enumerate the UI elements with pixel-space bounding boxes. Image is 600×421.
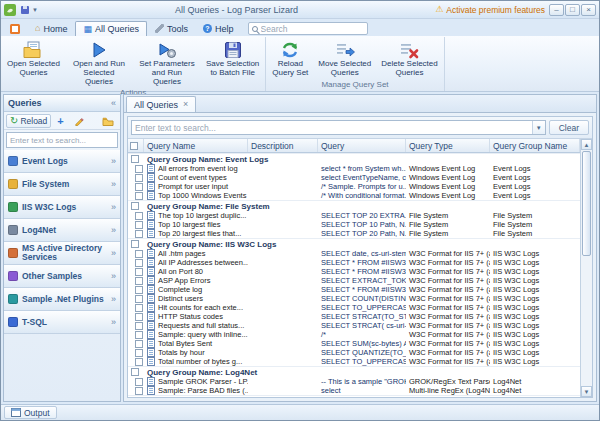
tab-tools[interactable]: Tools: [148, 21, 195, 36]
row-checkbox-cell[interactable]: [128, 313, 144, 321]
save-selection-to-batch-file-button[interactable]: Save Selection to Batch File: [201, 37, 264, 87]
maximize-button[interactable]: □: [565, 4, 580, 16]
query-row[interactable]: ASP App ErrorsSELECT EXTRACT_TOKE...W3C …: [128, 276, 580, 285]
checkbox[interactable]: [135, 349, 143, 357]
checkbox[interactable]: [135, 221, 143, 229]
find-input-box[interactable]: ▼: [131, 120, 546, 135]
query-row[interactable]: Totals by hourSELECT QUANTIZE(TO_...W3C …: [128, 348, 580, 357]
checkbox[interactable]: [135, 331, 143, 339]
group-row[interactable]: Query Group Name: Event Logs: [128, 153, 580, 164]
checkbox[interactable]: [131, 202, 139, 210]
delete-selected-queries-button[interactable]: Delete Selected Queries: [376, 37, 442, 79]
sidebar-item-iis-w3c-logs[interactable]: IIS W3C Logs»: [4, 196, 120, 219]
group-checkbox-cell[interactable]: [128, 155, 144, 163]
group-row[interactable]: Query Group Name: IIS W3C Logs: [128, 238, 580, 249]
minimize-button[interactable]: –: [549, 4, 564, 16]
sidebar-item-file-system[interactable]: File System»: [4, 173, 120, 196]
column-header-query-name[interactable]: Query Name: [144, 139, 248, 152]
sidebar-item-ms-active-directory-services[interactable]: MS Active Directory Services»: [4, 242, 120, 265]
row-checkbox-cell[interactable]: [128, 192, 144, 200]
checkbox[interactable]: [131, 240, 139, 248]
sidebar-search-box[interactable]: [6, 132, 118, 148]
query-row[interactable]: Hit counts for each exte...SELECT TO_UPP…: [128, 303, 580, 312]
sidebar-item-t-sql[interactable]: T-SQL»: [4, 311, 120, 334]
checkbox[interactable]: [135, 387, 143, 395]
query-row[interactable]: All errors from event logselect * from S…: [128, 164, 580, 173]
close-button[interactable]: ×: [581, 4, 596, 16]
checkbox[interactable]: [135, 277, 143, 285]
sidebar-item-sample-net-plugins[interactable]: Sample .Net Plugins»: [4, 288, 120, 311]
checkbox[interactable]: [131, 155, 139, 163]
open-and-run-selected-queries-button[interactable]: Open and Run Selected Queries: [65, 37, 133, 87]
query-row[interactable]: Count of event typesselect EventTypeName…: [128, 173, 580, 182]
query-row[interactable]: Requests and full status...SELECT STRCAT…: [128, 321, 580, 330]
set-parameters-and-run-queries-button[interactable]: Set Parameters and Run Queries: [133, 37, 201, 87]
collapse-panel-icon[interactable]: «: [111, 98, 116, 108]
query-row[interactable]: Distinct usersSELECT COUNT(DISTINC...W3C…: [128, 294, 580, 303]
scrollbar-thumb[interactable]: [582, 151, 591, 256]
column-header-description[interactable]: Description: [248, 139, 318, 152]
tab-all-queries[interactable]: ▦All Queries: [75, 21, 147, 36]
group-row[interactable]: Query Group Name: MS Active Directory Se…: [128, 395, 580, 397]
sidebar-search-input[interactable]: [10, 136, 114, 145]
row-checkbox-cell[interactable]: [128, 286, 144, 294]
query-row[interactable]: All on Port 80SELECT * FROM #IISW3...W3C…: [128, 267, 580, 276]
find-dropdown-button[interactable]: ▼: [532, 121, 545, 134]
reload-query-set-button[interactable]: Reload Query Set: [267, 37, 313, 79]
checkbox[interactable]: [135, 286, 143, 294]
column-header-query-group-name[interactable]: Query Group Name: [490, 139, 580, 152]
reload-button[interactable]: ↻ Reload: [6, 114, 51, 128]
query-row[interactable]: Prompt for user input/* Sample. Prompts …: [128, 182, 580, 191]
add-query-button[interactable]: +: [53, 114, 67, 128]
query-row[interactable]: Sample: query with inline.../*W3C Format…: [128, 330, 580, 339]
app-menu-button[interactable]: [3, 21, 27, 36]
checkbox[interactable]: [135, 313, 143, 321]
open-folder-button[interactable]: [98, 114, 118, 128]
query-row[interactable]: All .htm pagesSELECT date, cs-uri-stem..…: [128, 249, 580, 258]
row-checkbox-cell[interactable]: [128, 331, 144, 339]
query-row[interactable]: Top 1000 Windows Events/* With condition…: [128, 191, 580, 200]
row-checkbox-cell[interactable]: [128, 174, 144, 182]
open-selected-queries-button[interactable]: Open Selected Queries: [2, 37, 65, 87]
checkbox[interactable]: [135, 322, 143, 330]
sidebar-item-log4net[interactable]: Log4Net»: [4, 219, 120, 242]
row-checkbox-cell[interactable]: [128, 304, 144, 312]
checkbox[interactable]: [135, 174, 143, 182]
tab-all-queries-document[interactable]: All Queries ×: [126, 96, 196, 112]
row-checkbox-cell[interactable]: [128, 221, 144, 229]
group-checkbox-cell[interactable]: [128, 368, 144, 376]
row-checkbox-cell[interactable]: [128, 358, 144, 366]
row-checkbox-cell[interactable]: [128, 277, 144, 285]
group-checkbox-cell[interactable]: [128, 202, 144, 210]
column-header-query-type[interactable]: Query Type: [406, 139, 490, 152]
checkbox[interactable]: [135, 230, 143, 238]
checkbox[interactable]: [135, 268, 143, 276]
query-row[interactable]: Complete logSELECT * FROM #IISW3...W3C F…: [128, 285, 580, 294]
scroll-up-icon[interactable]: ▲: [581, 139, 592, 150]
checkbox[interactable]: [135, 165, 143, 173]
query-row[interactable]: Total number of bytes g...SELECT TO_UPPE…: [128, 357, 580, 366]
query-row[interactable]: All IP Addresses between...SELECT * FROM…: [128, 258, 580, 267]
search-input[interactable]: [261, 24, 364, 34]
find-input[interactable]: [132, 121, 532, 134]
query-row[interactable]: Sample GROK Parser - LP...-- This is a s…: [128, 377, 580, 386]
row-checkbox-cell[interactable]: [128, 268, 144, 276]
query-row[interactable]: Top 20 largest files that...SELECT TOP 2…: [128, 229, 580, 238]
sidebar-item-other-samples[interactable]: Other Samples»: [4, 265, 120, 288]
output-button[interactable]: Output: [4, 406, 57, 419]
checkbox[interactable]: [135, 340, 143, 348]
group-row[interactable]: Query Group Name: File System: [128, 200, 580, 211]
checkbox[interactable]: [131, 368, 139, 376]
query-row[interactable]: Sample: Parse BAD files (...selectMulti-…: [128, 386, 580, 395]
row-checkbox-cell[interactable]: [128, 378, 144, 386]
move-selected-queries-button[interactable]: Move Selected Queries: [313, 37, 376, 79]
row-checkbox-cell[interactable]: [128, 387, 144, 395]
ribbon-search-box[interactable]: [248, 22, 368, 35]
row-checkbox-cell[interactable]: [128, 259, 144, 267]
scroll-down-icon[interactable]: ▼: [581, 386, 592, 397]
tab-home[interactable]: ⌂Home: [28, 21, 74, 36]
checkbox[interactable]: [135, 295, 143, 303]
group-row[interactable]: Query Group Name: Log4Net: [128, 366, 580, 377]
checkbox[interactable]: [135, 358, 143, 366]
checkbox[interactable]: [135, 259, 143, 267]
